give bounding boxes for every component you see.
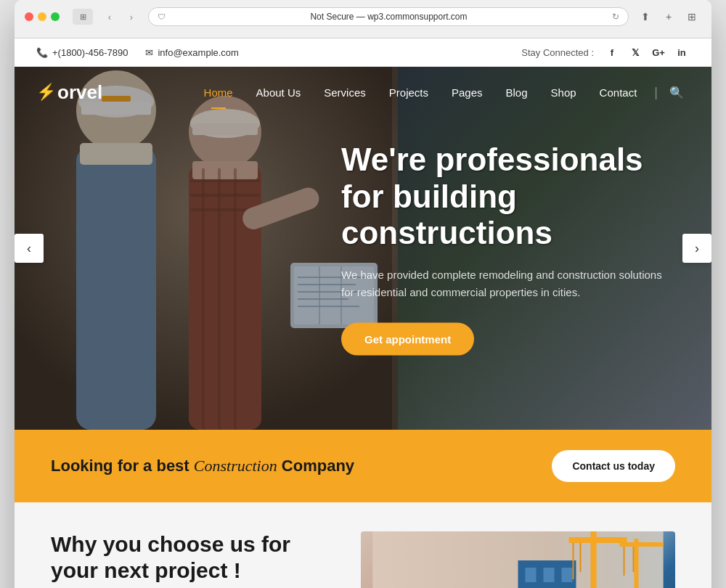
svg-rect-33 bbox=[544, 568, 555, 582]
worker-shapes bbox=[15, 67, 398, 430]
address-bar[interactable]: 🛡 Not Secure — wp3.commonsupport.com ↻ bbox=[148, 7, 629, 26]
top-bar: 📞 +(1800)-456-7890 ✉ info@example.com St… bbox=[15, 38, 711, 67]
hero-content: We're professionals for building constru… bbox=[341, 142, 675, 356]
maximize-dot[interactable] bbox=[51, 12, 60, 21]
forward-button[interactable]: › bbox=[122, 9, 141, 25]
why-image bbox=[361, 531, 675, 588]
nav-about[interactable]: About Us bbox=[245, 67, 313, 118]
minimize-dot[interactable] bbox=[38, 12, 46, 21]
why-left: Why you choose us for your next project … bbox=[51, 531, 332, 584]
cta-banner: Looking for a best Construction Company … bbox=[15, 430, 711, 502]
facebook-icon[interactable]: f bbox=[604, 44, 620, 60]
extensions-button[interactable]: ⊞ bbox=[682, 9, 701, 25]
browser-chrome: ⊞ ‹ › 🛡 Not Secure — wp3.commonsupport.c… bbox=[15, 0, 711, 38]
search-icon[interactable]: 🔍 bbox=[664, 86, 690, 99]
browser-controls: ⊞ bbox=[73, 9, 93, 25]
svg-rect-45 bbox=[633, 547, 635, 572]
nav-home[interactable]: Home bbox=[192, 67, 245, 118]
email-icon: ✉ bbox=[145, 47, 153, 58]
construction-image bbox=[361, 531, 675, 588]
close-dot[interactable] bbox=[25, 12, 33, 21]
main-nav: ⚡ orvel Home About Us Services Projects … bbox=[15, 67, 711, 118]
twitter-icon[interactable]: 𝕏 bbox=[627, 44, 643, 60]
slider-prev-button[interactable]: ‹ bbox=[15, 234, 44, 263]
browser-window: ⊞ ‹ › 🛡 Not Secure — wp3.commonsupport.c… bbox=[15, 0, 711, 588]
browser-actions: ⬆ + ⊞ bbox=[636, 9, 701, 25]
contact-us-button[interactable]: Contact us today bbox=[552, 450, 675, 482]
svg-rect-32 bbox=[526, 568, 537, 582]
url-text: Not Secure — wp3.commonsupport.com bbox=[170, 12, 608, 22]
hero-title: We're professionals for building constru… bbox=[341, 142, 675, 252]
phone-number: +(1800)-456-7890 bbox=[52, 47, 128, 58]
chevron-right-icon: › bbox=[695, 241, 699, 256]
top-bar-right: Stay Connected : f 𝕏 G+ in bbox=[521, 44, 690, 60]
nav-shop[interactable]: Shop bbox=[539, 67, 588, 118]
browser-dots bbox=[25, 12, 60, 21]
email-contact: ✉ info@example.com bbox=[145, 47, 238, 58]
svg-rect-41 bbox=[580, 543, 582, 572]
why-right bbox=[361, 531, 675, 588]
phone-contact: 📞 +(1800)-456-7890 bbox=[36, 47, 128, 58]
banner-text-italic: Construction bbox=[194, 457, 277, 475]
phone-icon: 📞 bbox=[36, 47, 48, 58]
svg-rect-39 bbox=[569, 537, 627, 543]
get-appointment-button[interactable]: Get appointment bbox=[341, 322, 474, 355]
nav-blog[interactable]: Blog bbox=[494, 67, 539, 118]
browser-nav: ‹ › bbox=[100, 9, 141, 25]
hero-section: ⚡ orvel Home About Us Services Projects … bbox=[15, 67, 711, 430]
svg-rect-34 bbox=[562, 568, 573, 582]
nav-menu: Home About Us Services Projects Pages Bl… bbox=[192, 67, 690, 118]
banner-text: Looking for a best Construction Company bbox=[51, 457, 354, 475]
nav-divider: | bbox=[654, 85, 658, 100]
hero-subtitle: We have provided complete remodeling and… bbox=[341, 266, 675, 301]
hero-image bbox=[15, 67, 398, 430]
security-icon: 🛡 bbox=[158, 12, 166, 21]
banner-text-after: Company bbox=[277, 457, 354, 475]
why-title: Why you choose us for your next project … bbox=[51, 531, 332, 584]
nav-services[interactable]: Services bbox=[312, 67, 378, 118]
googleplus-icon[interactable]: G+ bbox=[650, 44, 666, 60]
email-address: info@example.com bbox=[158, 47, 238, 58]
tab-icon[interactable]: ⊞ bbox=[73, 9, 93, 25]
chevron-left-icon: ‹ bbox=[27, 241, 31, 256]
slider-next-button[interactable]: › bbox=[682, 234, 711, 263]
nav-contact[interactable]: Contact bbox=[588, 67, 649, 118]
new-tab-button[interactable]: + bbox=[659, 9, 678, 25]
linkedin-icon[interactable]: in bbox=[674, 44, 690, 60]
svg-rect-44 bbox=[624, 547, 625, 576]
top-bar-left: 📞 +(1800)-456-7890 ✉ info@example.com bbox=[36, 47, 239, 58]
banner-text-before: Looking for a best bbox=[51, 457, 194, 475]
back-button[interactable]: ‹ bbox=[100, 9, 119, 25]
svg-rect-28 bbox=[15, 67, 392, 430]
nav-projects[interactable]: Projects bbox=[378, 67, 440, 118]
svg-rect-40 bbox=[573, 543, 574, 579]
svg-rect-43 bbox=[620, 542, 664, 547]
stay-connected-label: Stay Connected : bbox=[521, 47, 594, 58]
logo-text: orvel bbox=[57, 81, 102, 104]
bg-texture bbox=[15, 67, 398, 430]
logo-icon: ⚡ bbox=[36, 83, 56, 102]
logo[interactable]: ⚡ orvel bbox=[36, 81, 102, 104]
why-section: Why you choose us for your next project … bbox=[15, 502, 711, 588]
reload-button[interactable]: ↻ bbox=[612, 12, 619, 22]
share-button[interactable]: ⬆ bbox=[636, 9, 655, 25]
nav-pages[interactable]: Pages bbox=[440, 67, 494, 118]
